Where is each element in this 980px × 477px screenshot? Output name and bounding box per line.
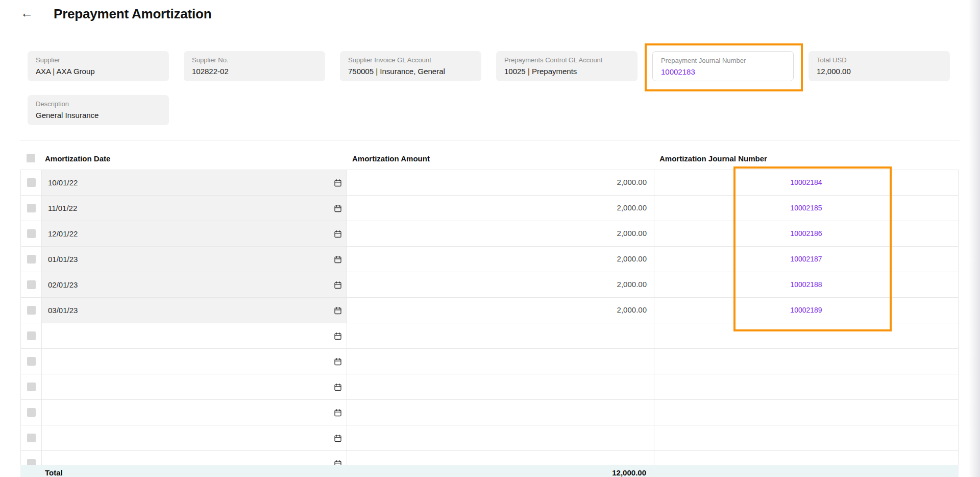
row-checkbox-cell xyxy=(21,425,41,450)
row-checkbox-cell xyxy=(21,298,41,323)
field-label: Prepayments Control GL Account xyxy=(504,56,629,64)
scrollbar-track[interactable] xyxy=(969,0,980,477)
amortization-date-cell[interactable] xyxy=(41,425,347,450)
amortization-date-value: 02/01/23 xyxy=(42,280,78,289)
journal-number-link[interactable]: 10002187 xyxy=(790,255,822,263)
amortization-date-cell[interactable] xyxy=(41,349,347,374)
select-all-checkbox[interactable] xyxy=(27,154,35,162)
amortization-amount-value: 2,000.00 xyxy=(617,305,647,314)
amortization-amount-cell[interactable]: 2,000.00 xyxy=(347,247,654,272)
table-row xyxy=(21,374,958,400)
prepayment-amortization-page: ← Prepayment Amortization Supplier AXA |… xyxy=(0,0,980,477)
back-arrow-icon: ← xyxy=(20,6,33,20)
table-row xyxy=(21,323,958,349)
calendar-icon[interactable] xyxy=(333,408,342,417)
summary-field-card: Prepayments Control GL Account 10025 | P… xyxy=(496,51,638,81)
table-row xyxy=(21,349,958,374)
calendar-icon[interactable] xyxy=(333,357,342,366)
row-checkbox[interactable] xyxy=(27,204,36,212)
amortization-amount-cell[interactable] xyxy=(347,323,654,348)
calendar-icon[interactable] xyxy=(333,306,342,315)
calendar-icon[interactable] xyxy=(333,331,342,341)
table-divider xyxy=(20,140,960,140)
amortization-date-value: 01/01/23 xyxy=(42,255,78,264)
amortization-amount-cell[interactable] xyxy=(347,374,654,399)
amortization-amount-cell[interactable] xyxy=(347,349,654,374)
amortization-date-cell[interactable]: 01/01/23 xyxy=(41,247,347,272)
row-checkbox-cell xyxy=(21,247,41,272)
field-value: AXA | AXA Group xyxy=(36,67,161,76)
row-checkbox[interactable] xyxy=(27,280,36,289)
summary-field-card: Description General Insurance xyxy=(28,95,169,125)
amortization-date-cell[interactable]: 10/01/22 xyxy=(41,170,347,195)
amortization-journal-cell: 10002185 xyxy=(654,196,958,221)
amortization-date-cell[interactable]: 03/01/23 xyxy=(41,298,347,323)
field-value: 750005 | Insurance, General xyxy=(348,67,473,76)
amortization-amount-cell[interactable] xyxy=(347,425,654,450)
row-checkbox[interactable] xyxy=(27,383,36,391)
table-row xyxy=(21,425,958,451)
amortization-date-cell[interactable] xyxy=(41,374,347,399)
amortization-amount-cell[interactable]: 2,000.00 xyxy=(347,170,654,195)
calendar-icon[interactable] xyxy=(333,255,342,264)
amortization-date-cell[interactable] xyxy=(41,323,347,348)
journal-number-link[interactable]: 10002183 xyxy=(661,67,785,76)
total-row: Total 12,000.00 xyxy=(20,465,959,477)
row-checkbox[interactable] xyxy=(27,306,36,315)
calendar-icon[interactable] xyxy=(333,204,342,213)
row-checkbox[interactable] xyxy=(27,331,36,340)
amortization-journal-cell xyxy=(654,323,958,348)
journal-number-link[interactable]: 10002189 xyxy=(790,306,822,314)
calendar-icon[interactable] xyxy=(333,229,342,238)
amortization-amount-cell[interactable]: 2,000.00 xyxy=(347,221,654,246)
amortization-date-cell[interactable] xyxy=(41,400,347,425)
row-checkbox[interactable] xyxy=(27,178,36,187)
journal-number-link[interactable]: 10002188 xyxy=(790,280,822,289)
page-title: Prepayment Amortization xyxy=(54,6,211,22)
field-label: Description xyxy=(36,100,161,108)
table-row: 11/01/22 2,000.00 10002185 xyxy=(21,196,958,221)
calendar-icon[interactable] xyxy=(333,434,342,443)
field-value: 102822-02 xyxy=(192,67,317,76)
amortization-date-value: 11/01/22 xyxy=(42,204,77,212)
amortization-amount-cell[interactable]: 2,000.00 xyxy=(347,272,654,297)
calendar-icon[interactable] xyxy=(333,280,342,290)
row-checkbox[interactable] xyxy=(27,255,36,264)
field-value: 10025 | Prepayments xyxy=(504,67,629,76)
amortization-amount-cell[interactable] xyxy=(347,400,654,425)
amortization-amount-value: 2,000.00 xyxy=(617,178,647,186)
amortization-date-cell[interactable]: 11/01/22 xyxy=(41,196,347,221)
journal-number-link[interactable]: 10002184 xyxy=(790,178,822,186)
summary-field-card: Prepayment Journal Number 10002183 xyxy=(652,51,794,81)
table-row: 12/01/22 2,000.00 10002186 xyxy=(21,221,958,247)
row-checkbox-cell xyxy=(21,349,41,374)
back-button[interactable]: ← xyxy=(20,6,33,20)
journal-number-link[interactable]: 10002185 xyxy=(790,204,822,212)
amortization-amount-value: 2,000.00 xyxy=(617,280,647,289)
column-header-amortization-date: Amortization Date xyxy=(45,154,110,163)
amortization-date-value: 10/01/22 xyxy=(42,178,78,187)
row-checkbox[interactable] xyxy=(27,357,36,366)
header-divider xyxy=(20,36,960,36)
calendar-icon[interactable] xyxy=(333,383,342,392)
amortization-journal-cell: 10002186 xyxy=(654,221,958,246)
table-row: 10/01/22 2,000.00 10002184 xyxy=(21,170,958,196)
amortization-date-cell[interactable]: 12/01/22 xyxy=(41,221,347,246)
column-header-amortization-amount: Amortization Amount xyxy=(352,154,430,163)
amortization-amount-cell[interactable]: 2,000.00 xyxy=(347,298,654,323)
row-checkbox[interactable] xyxy=(27,434,36,442)
field-label: Supplier No. xyxy=(192,56,317,64)
amortization-amount-cell[interactable]: 2,000.00 xyxy=(347,196,654,221)
field-label: Supplier xyxy=(36,56,161,64)
row-checkbox-cell xyxy=(21,221,41,246)
row-checkbox[interactable] xyxy=(27,229,36,238)
amortization-date-cell[interactable]: 02/01/23 xyxy=(41,272,347,297)
journal-number-link[interactable]: 10002186 xyxy=(790,229,822,237)
row-checkbox[interactable] xyxy=(27,408,36,417)
calendar-icon[interactable] xyxy=(333,178,342,187)
amortization-amount-value: 2,000.00 xyxy=(617,203,647,212)
field-value: General Insurance xyxy=(36,111,161,120)
amortization-journal-cell: 10002184 xyxy=(654,170,958,195)
amortization-journal-cell xyxy=(654,349,958,374)
table-row: 03/01/23 2,000.00 10002189 xyxy=(21,298,958,323)
